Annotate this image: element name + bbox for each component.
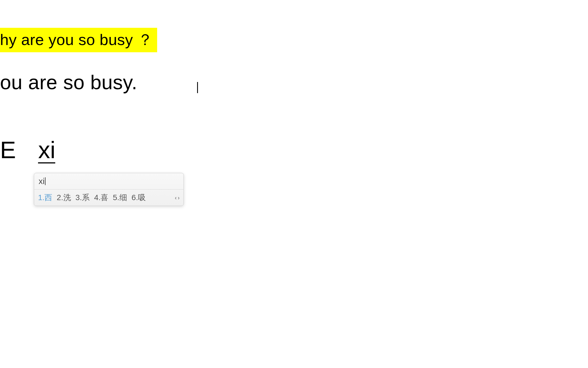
text-cursor	[197, 82, 198, 93]
ime-candidate-3[interactable]: 3.系	[76, 192, 90, 203]
composition-prefix: E	[0, 136, 16, 164]
chevron-right-icon[interactable]: ›	[178, 195, 180, 201]
composition-pinyin: xi	[38, 138, 55, 163]
ime-candidate-4[interactable]: 4.喜	[94, 192, 108, 203]
ime-candidate-6[interactable]: 6.吸	[132, 192, 146, 203]
highlighted-text-line[interactable]: hy are you so busy ？	[0, 28, 157, 52]
ime-candidate-2[interactable]: 2.洗	[57, 192, 71, 203]
composition-area[interactable]: E xi	[0, 136, 55, 164]
plain-text-line[interactable]: ou are so busy.	[0, 71, 137, 94]
ime-candidate-5[interactable]: 5.细	[113, 192, 127, 203]
chevron-left-icon[interactable]: ‹	[175, 195, 177, 201]
ime-pager: ‹ ›	[175, 195, 180, 201]
ime-candidate-panel: xi 1.西 2.洗 3.系 4.喜 5.细 6.吸 ‹ ›	[34, 173, 184, 206]
ime-input-text: xi	[39, 176, 45, 186]
ime-input-row: xi	[34, 173, 184, 190]
ime-candidates-row: 1.西 2.洗 3.系 4.喜 5.细 6.吸 ‹ ›	[34, 190, 184, 206]
ime-input-caret	[45, 177, 46, 185]
ime-candidate-1[interactable]: 1.西	[38, 192, 52, 203]
